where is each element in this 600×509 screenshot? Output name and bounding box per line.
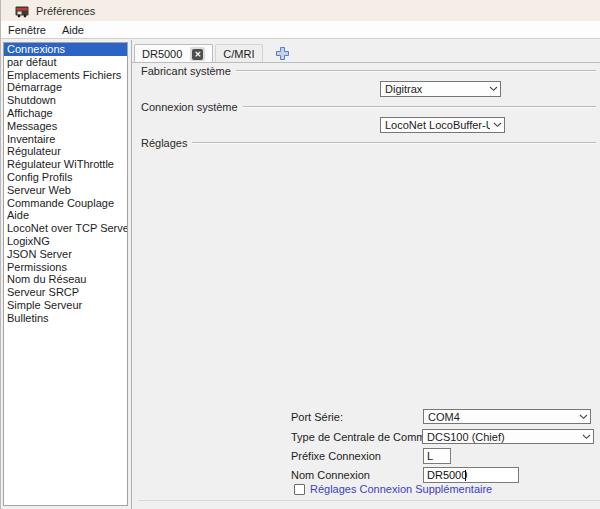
close-icon: ✕ [192, 49, 203, 60]
chevron-down-icon [579, 434, 593, 440]
manufacturer-combobox[interactable]: Digitrax [380, 81, 501, 97]
manufacturer-value: Digitrax [385, 83, 486, 95]
section-etch-line [192, 142, 596, 144]
chevron-down-icon [486, 86, 500, 92]
sidebar-item-label: LogixNG [7, 235, 50, 247]
prefix-label: Préfixe Connexion [291, 450, 381, 462]
serial-port-value: COM4 [428, 411, 576, 423]
add-tab-button[interactable] [275, 46, 290, 61]
sidebar-item[interactable]: Connexions [4, 43, 127, 56]
sidebar-item[interactable]: Régulateur [4, 145, 127, 158]
sidebar-item-label: Permissions [7, 261, 67, 273]
sidebar-item[interactable]: Bulletins [4, 312, 127, 325]
sidebar-item[interactable]: par défaut [4, 56, 127, 69]
tab-cmri[interactable]: C/MRI [215, 44, 262, 63]
serial-port-label: Port Série: [291, 411, 343, 423]
sidebar-item-label: Régulateur WiThrottle [7, 158, 114, 170]
additional-settings-checkbox[interactable] [294, 484, 305, 495]
sidebar-divider [131, 40, 132, 509]
sidebar-item[interactable]: Messages [4, 120, 127, 133]
sidebar-item-label: Shutdown [7, 94, 56, 106]
menu-aide[interactable]: Aide [61, 22, 91, 38]
section-connexion-systeme: Connexion système [141, 101, 596, 113]
sidebar-item-label: Bulletins [7, 312, 49, 324]
command-station-value: DCS100 (Chief) [427, 431, 579, 443]
window-title: Préférences [36, 5, 95, 17]
section-etch-line [236, 70, 596, 72]
additional-settings-label[interactable]: Réglages Connexion Supplémentaire [310, 483, 492, 495]
sidebar-item-label: Nom du Réseau [7, 273, 87, 285]
sidebar-item[interactable]: Inventaire [4, 133, 127, 146]
sidebar-item-label: Messages [7, 120, 57, 132]
tab-pane-border [132, 62, 600, 63]
sidebar-item[interactable]: JSON Server [4, 248, 127, 261]
sidebar-item[interactable]: Emplacements Fichiers [4, 69, 127, 82]
menu-fenetre[interactable]: Fenêtre [7, 22, 53, 38]
additional-settings-checkbox-row: Réglages Connexion Supplémentaire [294, 483, 492, 495]
sidebar-item[interactable]: Simple Serveur [4, 299, 127, 312]
sidebar-item-label: Démarrage [7, 81, 62, 93]
sidebar-item-label: par défaut [7, 56, 57, 68]
body-area: Connexions par défaut Emplacements Fichi… [1, 40, 600, 509]
sidebar-item[interactable]: Nom du Réseau [4, 273, 127, 286]
tab-dr5000[interactable]: DR5000 ✕ [134, 44, 213, 63]
sidebar-item[interactable]: Démarrage [4, 81, 127, 94]
section-fabricant-systeme: Fabricant système [141, 65, 596, 77]
sidebar-item[interactable]: Affichage [4, 107, 127, 120]
chevron-down-icon [576, 414, 590, 420]
sidebar-item[interactable]: Aide [4, 209, 127, 222]
sidebar-item[interactable]: Régulateur WiThrottle [4, 158, 127, 171]
menu-bar: Fenêtre Aide [1, 21, 600, 39]
sidebar-item-label: Inventaire [7, 133, 55, 145]
tab-cmri-label: C/MRI [223, 48, 254, 60]
sidebar-item-label: Affichage [7, 107, 53, 119]
connection-name-label: Nom Connexion [291, 469, 370, 481]
preferences-window: Préférences Fenêtre Aide Connexions par … [0, 0, 600, 509]
sidebar-item-label: LocoNet over TCP Server [7, 222, 128, 234]
sidebar-item-label: Commande Couplage [7, 197, 114, 209]
sidebar-item[interactable]: Permissions [4, 261, 127, 274]
connection-type-value: LocoNet LocoBuffer-USB [385, 119, 490, 131]
text-caret [465, 470, 466, 481]
prefix-input[interactable] [423, 448, 451, 464]
connection-type-combobox[interactable]: LocoNet LocoBuffer-USB [380, 117, 505, 133]
sidebar-item[interactable]: LogixNG [4, 235, 127, 248]
section-fabricant-title: Fabricant système [141, 65, 231, 77]
section-reglages-title: Réglages [141, 137, 187, 149]
section-connexion-title: Connexion système [141, 101, 238, 113]
tab-close-button[interactable]: ✕ [190, 47, 205, 61]
tab-dr5000-label: DR5000 [142, 48, 182, 60]
chevron-down-icon [490, 122, 504, 128]
sidebar-item-label: Simple Serveur [7, 299, 82, 311]
section-reglages: Réglages [141, 137, 596, 149]
sidebar-item[interactable]: Commande Couplage [4, 197, 127, 210]
jmri-locomotive-icon [15, 4, 29, 18]
sidebar-item[interactable]: LocoNet over TCP Server [4, 222, 127, 235]
connection-name-input[interactable] [423, 467, 519, 483]
command-station-combobox[interactable]: DCS100 (Chief) [422, 429, 594, 444]
section-etch-line [243, 106, 596, 108]
settings-group-bottom-border [138, 500, 600, 501]
sidebar-item-label: Emplacements Fichiers [7, 69, 121, 81]
sidebar-item-label: JSON Server [7, 248, 72, 260]
sidebar-item-label: Serveur Web [7, 184, 71, 196]
preferences-category-list: Connexions par défaut Emplacements Fichi… [3, 42, 128, 506]
sidebar-item-label: Régulateur [7, 145, 61, 157]
sidebar-item-label: Config Profils [7, 171, 72, 183]
sidebar-item[interactable]: Serveur Web [4, 184, 127, 197]
sidebar-item-label: Serveur SRCP [7, 286, 79, 298]
connection-tab-bar: DR5000 ✕ C/MRI [134, 44, 290, 63]
sidebar-item[interactable]: Serveur SRCP [4, 286, 127, 299]
sidebar-item[interactable]: Config Profils [4, 171, 127, 184]
sidebar-item-label: Connexions [7, 43, 65, 55]
serial-port-combobox[interactable]: COM4 [423, 409, 591, 424]
title-bar: Préférences [1, 0, 600, 21]
sidebar-item-label: Aide [7, 209, 29, 221]
sidebar-item[interactable]: Shutdown [4, 94, 127, 107]
